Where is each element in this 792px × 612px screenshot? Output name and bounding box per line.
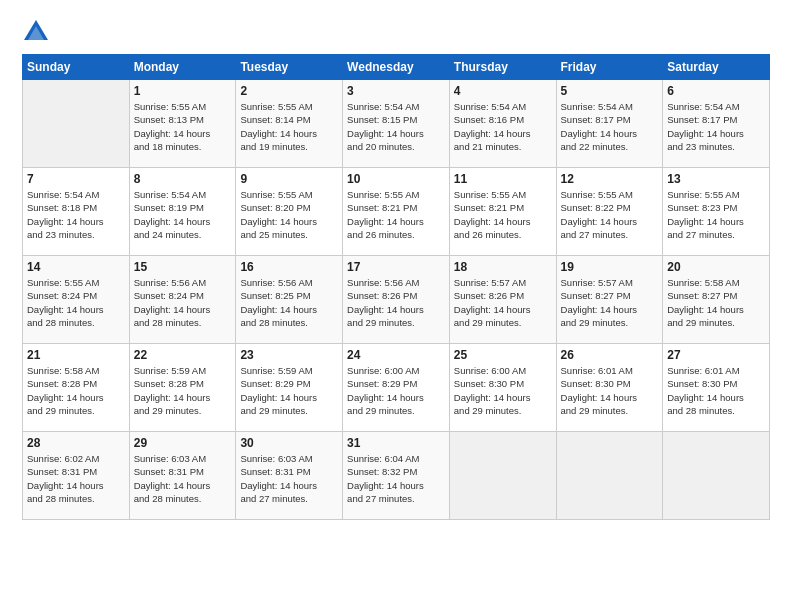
calendar-cell: [556, 432, 663, 520]
day-number: 10: [347, 172, 445, 186]
day-info: Sunrise: 5:57 AM Sunset: 8:26 PM Dayligh…: [454, 276, 552, 329]
calendar-cell: 1Sunrise: 5:55 AM Sunset: 8:13 PM Daylig…: [129, 80, 236, 168]
calendar-cell: 10Sunrise: 5:55 AM Sunset: 8:21 PM Dayli…: [343, 168, 450, 256]
day-number: 2: [240, 84, 338, 98]
day-info: Sunrise: 5:55 AM Sunset: 8:20 PM Dayligh…: [240, 188, 338, 241]
calendar-cell: 22Sunrise: 5:59 AM Sunset: 8:28 PM Dayli…: [129, 344, 236, 432]
calendar-cell: 27Sunrise: 6:01 AM Sunset: 8:30 PM Dayli…: [663, 344, 770, 432]
calendar-cell: 13Sunrise: 5:55 AM Sunset: 8:23 PM Dayli…: [663, 168, 770, 256]
day-info: Sunrise: 5:54 AM Sunset: 8:19 PM Dayligh…: [134, 188, 232, 241]
calendar-week-4: 21Sunrise: 5:58 AM Sunset: 8:28 PM Dayli…: [23, 344, 770, 432]
day-number: 22: [134, 348, 232, 362]
page: SundayMondayTuesdayWednesdayThursdayFrid…: [0, 0, 792, 612]
calendar-week-2: 7Sunrise: 5:54 AM Sunset: 8:18 PM Daylig…: [23, 168, 770, 256]
day-number: 18: [454, 260, 552, 274]
day-info: Sunrise: 5:55 AM Sunset: 8:14 PM Dayligh…: [240, 100, 338, 153]
calendar-cell: 31Sunrise: 6:04 AM Sunset: 8:32 PM Dayli…: [343, 432, 450, 520]
day-number: 5: [561, 84, 659, 98]
calendar-cell: 8Sunrise: 5:54 AM Sunset: 8:19 PM Daylig…: [129, 168, 236, 256]
calendar-cell: 21Sunrise: 5:58 AM Sunset: 8:28 PM Dayli…: [23, 344, 130, 432]
calendar-cell: 7Sunrise: 5:54 AM Sunset: 8:18 PM Daylig…: [23, 168, 130, 256]
calendar-cell: 19Sunrise: 5:57 AM Sunset: 8:27 PM Dayli…: [556, 256, 663, 344]
day-number: 21: [27, 348, 125, 362]
calendar-header-wednesday: Wednesday: [343, 55, 450, 80]
day-info: Sunrise: 5:58 AM Sunset: 8:28 PM Dayligh…: [27, 364, 125, 417]
logo: [22, 18, 54, 46]
calendar-header-friday: Friday: [556, 55, 663, 80]
day-info: Sunrise: 5:54 AM Sunset: 8:17 PM Dayligh…: [667, 100, 765, 153]
day-number: 16: [240, 260, 338, 274]
day-info: Sunrise: 6:01 AM Sunset: 8:30 PM Dayligh…: [561, 364, 659, 417]
day-info: Sunrise: 5:55 AM Sunset: 8:22 PM Dayligh…: [561, 188, 659, 241]
calendar-cell: 14Sunrise: 5:55 AM Sunset: 8:24 PM Dayli…: [23, 256, 130, 344]
calendar-cell: 24Sunrise: 6:00 AM Sunset: 8:29 PM Dayli…: [343, 344, 450, 432]
day-number: 4: [454, 84, 552, 98]
day-info: Sunrise: 5:55 AM Sunset: 8:23 PM Dayligh…: [667, 188, 765, 241]
calendar-cell: 26Sunrise: 6:01 AM Sunset: 8:30 PM Dayli…: [556, 344, 663, 432]
day-info: Sunrise: 5:54 AM Sunset: 8:15 PM Dayligh…: [347, 100, 445, 153]
calendar-cell: 15Sunrise: 5:56 AM Sunset: 8:24 PM Dayli…: [129, 256, 236, 344]
calendar-header-thursday: Thursday: [449, 55, 556, 80]
calendar-cell: 9Sunrise: 5:55 AM Sunset: 8:20 PM Daylig…: [236, 168, 343, 256]
calendar-cell: 30Sunrise: 6:03 AM Sunset: 8:31 PM Dayli…: [236, 432, 343, 520]
day-info: Sunrise: 5:55 AM Sunset: 8:24 PM Dayligh…: [27, 276, 125, 329]
calendar-cell: 25Sunrise: 6:00 AM Sunset: 8:30 PM Dayli…: [449, 344, 556, 432]
day-info: Sunrise: 6:00 AM Sunset: 8:30 PM Dayligh…: [454, 364, 552, 417]
day-number: 26: [561, 348, 659, 362]
day-number: 28: [27, 436, 125, 450]
calendar-cell: 12Sunrise: 5:55 AM Sunset: 8:22 PM Dayli…: [556, 168, 663, 256]
day-info: Sunrise: 6:03 AM Sunset: 8:31 PM Dayligh…: [240, 452, 338, 505]
calendar-cell: 5Sunrise: 5:54 AM Sunset: 8:17 PM Daylig…: [556, 80, 663, 168]
calendar-cell: 11Sunrise: 5:55 AM Sunset: 8:21 PM Dayli…: [449, 168, 556, 256]
day-info: Sunrise: 5:59 AM Sunset: 8:29 PM Dayligh…: [240, 364, 338, 417]
calendar-week-5: 28Sunrise: 6:02 AM Sunset: 8:31 PM Dayli…: [23, 432, 770, 520]
calendar-cell: 6Sunrise: 5:54 AM Sunset: 8:17 PM Daylig…: [663, 80, 770, 168]
day-number: 17: [347, 260, 445, 274]
day-number: 6: [667, 84, 765, 98]
day-number: 3: [347, 84, 445, 98]
day-number: 25: [454, 348, 552, 362]
calendar-header-saturday: Saturday: [663, 55, 770, 80]
calendar-cell: 28Sunrise: 6:02 AM Sunset: 8:31 PM Dayli…: [23, 432, 130, 520]
calendar-cell: 17Sunrise: 5:56 AM Sunset: 8:26 PM Dayli…: [343, 256, 450, 344]
day-info: Sunrise: 5:55 AM Sunset: 8:13 PM Dayligh…: [134, 100, 232, 153]
day-info: Sunrise: 5:56 AM Sunset: 8:25 PM Dayligh…: [240, 276, 338, 329]
day-number: 13: [667, 172, 765, 186]
day-info: Sunrise: 5:55 AM Sunset: 8:21 PM Dayligh…: [347, 188, 445, 241]
calendar-header-sunday: Sunday: [23, 55, 130, 80]
calendar-header-row: SundayMondayTuesdayWednesdayThursdayFrid…: [23, 55, 770, 80]
calendar-table: SundayMondayTuesdayWednesdayThursdayFrid…: [22, 54, 770, 520]
day-number: 7: [27, 172, 125, 186]
day-info: Sunrise: 5:59 AM Sunset: 8:28 PM Dayligh…: [134, 364, 232, 417]
day-info: Sunrise: 5:54 AM Sunset: 8:17 PM Dayligh…: [561, 100, 659, 153]
day-info: Sunrise: 5:54 AM Sunset: 8:16 PM Dayligh…: [454, 100, 552, 153]
day-number: 29: [134, 436, 232, 450]
calendar-cell: [663, 432, 770, 520]
day-info: Sunrise: 6:03 AM Sunset: 8:31 PM Dayligh…: [134, 452, 232, 505]
calendar-header-tuesday: Tuesday: [236, 55, 343, 80]
header: [22, 18, 770, 46]
day-info: Sunrise: 5:56 AM Sunset: 8:26 PM Dayligh…: [347, 276, 445, 329]
logo-icon: [22, 18, 50, 46]
day-number: 1: [134, 84, 232, 98]
day-number: 8: [134, 172, 232, 186]
day-number: 23: [240, 348, 338, 362]
calendar-header-monday: Monday: [129, 55, 236, 80]
day-number: 24: [347, 348, 445, 362]
calendar-cell: [23, 80, 130, 168]
day-number: 30: [240, 436, 338, 450]
day-number: 11: [454, 172, 552, 186]
calendar-cell: 4Sunrise: 5:54 AM Sunset: 8:16 PM Daylig…: [449, 80, 556, 168]
calendar-cell: 18Sunrise: 5:57 AM Sunset: 8:26 PM Dayli…: [449, 256, 556, 344]
day-info: Sunrise: 5:57 AM Sunset: 8:27 PM Dayligh…: [561, 276, 659, 329]
calendar-cell: 16Sunrise: 5:56 AM Sunset: 8:25 PM Dayli…: [236, 256, 343, 344]
calendar-cell: 20Sunrise: 5:58 AM Sunset: 8:27 PM Dayli…: [663, 256, 770, 344]
day-number: 14: [27, 260, 125, 274]
day-number: 15: [134, 260, 232, 274]
calendar-cell: [449, 432, 556, 520]
calendar-cell: 23Sunrise: 5:59 AM Sunset: 8:29 PM Dayli…: [236, 344, 343, 432]
day-number: 20: [667, 260, 765, 274]
day-info: Sunrise: 6:04 AM Sunset: 8:32 PM Dayligh…: [347, 452, 445, 505]
day-info: Sunrise: 5:55 AM Sunset: 8:21 PM Dayligh…: [454, 188, 552, 241]
calendar-cell: 2Sunrise: 5:55 AM Sunset: 8:14 PM Daylig…: [236, 80, 343, 168]
